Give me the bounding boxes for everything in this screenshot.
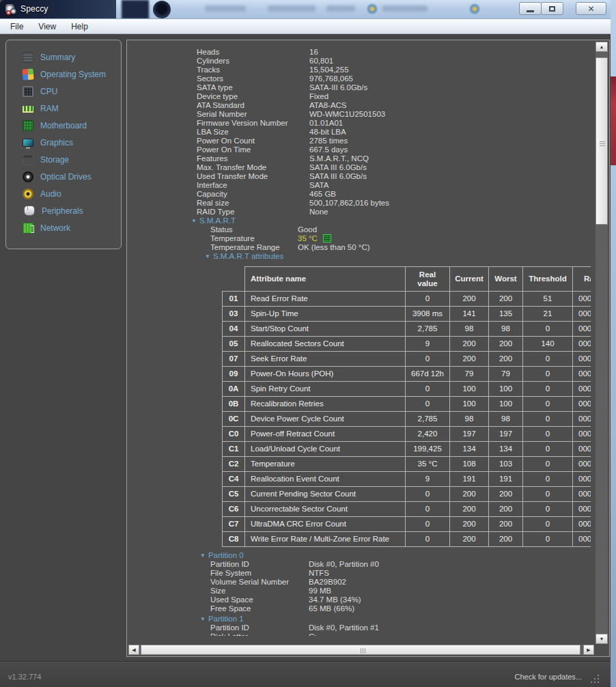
attr-name-cell: Recalibration Retries [245, 397, 406, 412]
menu-view[interactable]: View [31, 20, 64, 33]
partition-row-value: BA29B902 [309, 578, 346, 587]
partition-row-value: 99 MB [309, 587, 331, 595]
attr-id-cell: C6 [223, 502, 245, 517]
attr-worst-cell: 103 [489, 457, 523, 472]
attr-id-cell: 0C [223, 412, 245, 427]
id-column-header [223, 267, 245, 292]
attr-id-cell: C0 [223, 427, 245, 442]
attr-real-cell: 9 [406, 472, 450, 487]
attr-name-cell: Power-On Hours (POH) [245, 367, 406, 382]
audio-icon [23, 188, 33, 199]
peripherals-icon [24, 206, 35, 216]
sidebar-item-storage[interactable]: Storage [6, 151, 121, 168]
detail-row: Tracks 15,504,255 [128, 66, 594, 74]
smart-section-header[interactable]: ▼S.M.A.R.T [128, 216, 594, 225]
partition-0-label: Partition 0 [208, 551, 244, 559]
attr-current-cell: 134 [450, 442, 489, 457]
temperature-chart-icon[interactable] [323, 234, 331, 242]
maximize-button[interactable] [541, 2, 563, 15]
resize-grip[interactable] [591, 674, 600, 683]
smart-temp-value: 35 °C [298, 234, 318, 243]
attr-name-cell: Reallocated Sectors Count [245, 337, 406, 352]
sidebar-item-audio[interactable]: Audio [6, 185, 121, 202]
sidebar-item-label: Optical Drives [40, 172, 92, 182]
sidebar-item-graphics[interactable]: Graphics [6, 134, 121, 151]
detail-label: Firmware Version Number [197, 119, 309, 128]
detail-label: Capacity [197, 190, 309, 199]
vertical-scrollbar[interactable]: ▲ ▼ [596, 42, 608, 644]
attr-current-cell: 98 [450, 412, 489, 427]
sidebar-item-peripherals[interactable]: Peripherals [6, 202, 121, 219]
detail-row: Firmware Version Number 01.01A01 [128, 119, 594, 128]
horizontal-scrollbar-thumb[interactable] [141, 645, 580, 655]
attr-raw-cell: 0000 [573, 397, 591, 412]
vertical-scrollbar-thumb[interactable] [596, 57, 608, 225]
drive-title-clipped[interactable]: ▬▬▬ ▬▬▬ ▬ ▬▬▬▬▬▬▬▬▬▬▬ ▬ ▬▬▬▬ ▬▬▬▬ ▬▬▬▬▬▬ [128, 42, 594, 46]
attr-worst-cell: 135 [489, 307, 523, 322]
attr-current-cell: 141 [450, 307, 489, 322]
detail-row: Used Transfer Mode SATA III 6.0Gb/s [128, 172, 594, 181]
attr-real-cell: 0 [406, 517, 450, 532]
scroll-down-button[interactable]: ▼ [596, 634, 608, 644]
menu-bar: File View Help [0, 19, 611, 34]
smart-header-label: S.M.A.R.T [199, 216, 236, 225]
scroll-left-button[interactable]: ◀ [128, 645, 139, 655]
scroll-right-button[interactable]: ▶ [583, 645, 594, 655]
attr-threshold-cell: 0 [523, 532, 573, 547]
smart-status-value: Good [298, 225, 317, 234]
detail-value: 15,504,255 [309, 66, 349, 74]
sidebar-item-ram[interactable]: RAM [6, 100, 121, 117]
motherboard-icon [23, 120, 33, 131]
attr-current-cell: 100 [450, 382, 489, 397]
sidebar-item-optical-drives[interactable]: Optical Drives [6, 168, 121, 185]
attr-current-cell: 200 [450, 487, 489, 502]
attr-worst-cell: 98 [489, 322, 523, 337]
desktop-red-element [611, 76, 616, 165]
close-button[interactable]: ✕ [576, 2, 606, 15]
partition-1-header[interactable]: ▼Partition 1 [128, 615, 594, 623]
sidebar-item-network[interactable]: Network [6, 219, 121, 236]
attr-raw-cell: 0000 [573, 322, 591, 337]
detail-row: Sectors 976,768,065 [128, 74, 594, 83]
sidebar-item-cpu[interactable]: CPU [6, 83, 121, 100]
sidebar-item-summary[interactable]: Summary [6, 48, 121, 66]
sidebar-item-label: Audio [40, 189, 61, 199]
scroll-up-button[interactable]: ▲ [596, 42, 608, 52]
table-row: 09 Power-On Hours (POH) 667d 12h 79 79 0… [223, 367, 591, 382]
table-row: C0 Power-off Retract Count 2,420 197 197… [223, 427, 591, 442]
worst-header: Worst [489, 267, 523, 292]
detail-label: Heads [197, 48, 309, 57]
partition-row: Volume Serial Number BA29B902 [128, 578, 594, 587]
attr-current-cell: 79 [450, 367, 489, 382]
title-bar[interactable]: Speccy ✕ [0, 0, 616, 19]
table-row: 05 Reallocated Sectors Count 9 200 200 1… [223, 337, 591, 352]
partition-0-header[interactable]: ▼Partition 0 [128, 551, 594, 560]
drive-detail-list: Heads 16 Cylinders 60,801 Tracks 15,504,… [128, 48, 594, 216]
attr-threshold-cell: 51 [523, 292, 573, 307]
detail-label: Power On Time [197, 145, 309, 154]
attr-current-cell: 191 [450, 472, 489, 487]
titlebar-smudge [382, 5, 428, 12]
detail-row: Real size 500,107,862,016 bytes [128, 199, 594, 208]
horizontal-scrollbar[interactable]: ◀ ▶ [128, 645, 594, 655]
attr-id-cell: 01 [223, 292, 245, 307]
detail-label: Power On Count [197, 137, 309, 145]
speccy-app-icon [5, 4, 16, 15]
attr-real-cell: 0 [406, 382, 450, 397]
detail-value: SATA III 6.0Gb/s [309, 172, 367, 181]
sidebar-item-operating-system[interactable]: Operating System [6, 66, 121, 83]
minimize-button[interactable] [519, 2, 542, 15]
check-for-updates-link[interactable]: Check for updates... [515, 673, 582, 681]
detail-value: 2785 times [309, 137, 348, 145]
smart-attributes-header[interactable]: ▼S.M.A.R.T attributes [128, 252, 594, 261]
summary-icon [23, 52, 33, 63]
attr-real-cell: 2,785 [406, 412, 450, 427]
attr-raw-cell: 0000 [573, 442, 591, 457]
detail-row: Features S.M.A.R.T., NCQ [128, 154, 594, 163]
attribute-name-header: Attribute name [245, 267, 406, 292]
detail-row: Cylinders 60,801 [128, 57, 594, 66]
menu-help[interactable]: Help [64, 20, 96, 33]
sidebar-item-motherboard[interactable]: Motherboard [6, 117, 121, 134]
menu-file[interactable]: File [3, 20, 31, 33]
ram-icon [23, 106, 33, 113]
